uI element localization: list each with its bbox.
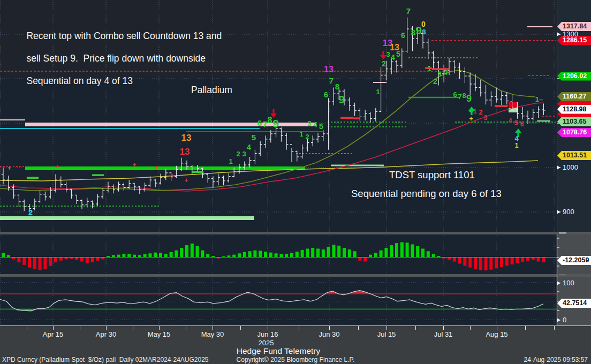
histogram-bar xyxy=(43,257,47,269)
td-count-label: 7 xyxy=(263,119,267,128)
histogram-bar xyxy=(117,255,120,257)
histogram-bar xyxy=(75,257,78,260)
histogram-bar xyxy=(505,257,509,266)
histogram-bar xyxy=(101,257,104,260)
x-axis-tick xyxy=(497,326,497,330)
histogram-bar xyxy=(532,257,535,260)
td-mark: + xyxy=(132,161,136,169)
chart-headline: Recent top with Combo sell Countdown 13 … xyxy=(16,19,284,98)
histogram-bar xyxy=(521,257,524,262)
td-count-label: 7 xyxy=(406,6,411,16)
td-count-label: 1 xyxy=(473,108,477,115)
panel-separator xyxy=(0,232,591,234)
histogram-bar xyxy=(495,257,498,269)
price-tag: 1206.02 xyxy=(557,72,591,81)
histogram-bar xyxy=(322,249,325,257)
level-band xyxy=(509,102,517,108)
td-count-label: 2 xyxy=(305,133,309,141)
td-count-label: 2 xyxy=(382,59,386,68)
td-count-label: 2 xyxy=(28,208,33,217)
histogram-bar xyxy=(306,249,309,257)
x-axis-minor-tick xyxy=(299,326,299,330)
histogram-bar xyxy=(416,246,419,257)
td-count-label: 6 xyxy=(520,120,524,128)
histogram-bar xyxy=(369,255,372,257)
td-mark: ▬ xyxy=(353,113,360,121)
histogram-bar xyxy=(143,254,147,257)
axis-tick-arrow-icon xyxy=(557,210,560,214)
td-mark: ▬ xyxy=(431,64,438,72)
x-axis-minor-tick xyxy=(27,326,27,330)
td-count-label: 8 xyxy=(462,92,466,100)
histogram-bar xyxy=(2,253,5,257)
x-axis-date-label: Apr 30 xyxy=(96,330,116,338)
td-count-label: 6 xyxy=(401,31,405,40)
histogram-bar xyxy=(12,257,16,260)
histogram-bar xyxy=(243,252,246,257)
x-axis-date-label: Apr 15 xyxy=(43,330,63,338)
td-count-label: 8 xyxy=(335,82,339,91)
td-count-label: 8 xyxy=(268,116,272,125)
histogram-bar xyxy=(7,255,10,257)
histogram-bar xyxy=(353,251,357,257)
instrument-label: Palladium xyxy=(191,85,232,96)
x-axis-tick xyxy=(443,326,444,330)
histogram-bar xyxy=(380,251,383,257)
td-count-label: 9 xyxy=(272,117,279,130)
histogram-bar xyxy=(248,251,252,257)
y-axis-label: 100 xyxy=(563,279,574,287)
tdst-support-note: TDST support 1101 xyxy=(389,169,475,181)
histogram-bar xyxy=(65,257,68,260)
x-axis-date-label: May 30 xyxy=(201,330,224,338)
td-mark: ▬ xyxy=(501,101,507,109)
histogram-bar xyxy=(112,255,115,257)
td-count-label: 1 xyxy=(300,131,304,138)
histogram-bar xyxy=(253,251,256,257)
histogram-bar xyxy=(479,257,482,270)
histogram-bar xyxy=(463,257,466,266)
x-axis-date-label: May 15 xyxy=(148,330,171,338)
x-axis-tick xyxy=(159,326,160,330)
td-mark: ▬ xyxy=(425,63,431,71)
histogram-bar xyxy=(384,248,388,257)
histogram-bar xyxy=(316,249,320,257)
histogram-bar xyxy=(511,257,514,265)
td-count-label: 4 xyxy=(509,117,512,125)
histogram-bar xyxy=(411,245,414,257)
indicator-value-tag: 42.7514 xyxy=(557,299,591,308)
headline-line1: Recent top with Combo sell Countdown 13 … xyxy=(26,31,222,41)
histogram-bar xyxy=(484,257,488,271)
histogram-bar xyxy=(196,246,199,257)
histogram-bar xyxy=(39,257,42,270)
td-count-label: 5 xyxy=(319,122,323,131)
td-count-label: 7 xyxy=(458,93,461,101)
histogram-bar xyxy=(180,248,183,257)
copyright-text: Copyright© 2025 Bloomberg Finance L.P. xyxy=(237,356,355,363)
histogram-bar xyxy=(59,257,63,261)
td-count-label: 4 xyxy=(391,53,395,62)
histogram-bar xyxy=(269,253,272,257)
td-count-label: 1– xyxy=(535,95,543,103)
x-axis-minor-tick xyxy=(415,326,416,330)
histogram-bar xyxy=(86,257,89,263)
level-band xyxy=(0,216,254,220)
x-axis-minor-tick xyxy=(470,326,471,330)
td-mark: ▬ xyxy=(443,64,450,72)
y-axis-label: 1300 xyxy=(563,30,578,38)
histogram-bar xyxy=(432,254,435,257)
histogram-bar xyxy=(285,254,288,257)
histogram-bar xyxy=(154,253,157,257)
td-mark: + xyxy=(7,164,11,172)
axis-tick-arrow-icon xyxy=(557,281,560,285)
histogram-bar xyxy=(458,257,461,264)
histogram-bar xyxy=(500,257,503,267)
histogram-bar xyxy=(542,257,545,263)
histogram-bar xyxy=(526,257,529,261)
td-mark: ▬ xyxy=(197,167,203,175)
td-count-label: 6 xyxy=(257,118,262,127)
x-axis-strip: Apr 15Apr 30May 15May 30Jun 16Jun 30Jul … xyxy=(0,325,591,364)
histogram-bar xyxy=(164,254,168,257)
histogram-bar xyxy=(17,257,20,263)
x-axis-tick xyxy=(53,326,54,330)
histogram-bar xyxy=(348,249,351,257)
